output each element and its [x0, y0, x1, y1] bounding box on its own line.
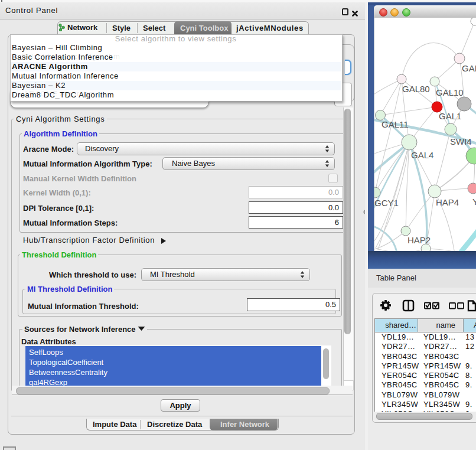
svg-text:GAL11: GAL11 [382, 119, 409, 129]
svg-text:SWI4: SWI4 [450, 136, 472, 146]
svg-text:HAP2: HAP2 [407, 235, 431, 245]
svg-text:GAL4: GAL4 [411, 150, 433, 160]
svg-text:Y: Y [472, 197, 476, 207]
svg-text:GCY1: GCY1 [374, 198, 399, 208]
svg-text:GAL1: GAL1 [439, 111, 461, 121]
svg-text:GAL7: GAL7 [462, 63, 476, 73]
svg-text:GAL80: GAL80 [402, 84, 430, 94]
svg-text:HAP4: HAP4 [436, 197, 459, 207]
svg-text:GAL10: GAL10 [436, 87, 464, 97]
